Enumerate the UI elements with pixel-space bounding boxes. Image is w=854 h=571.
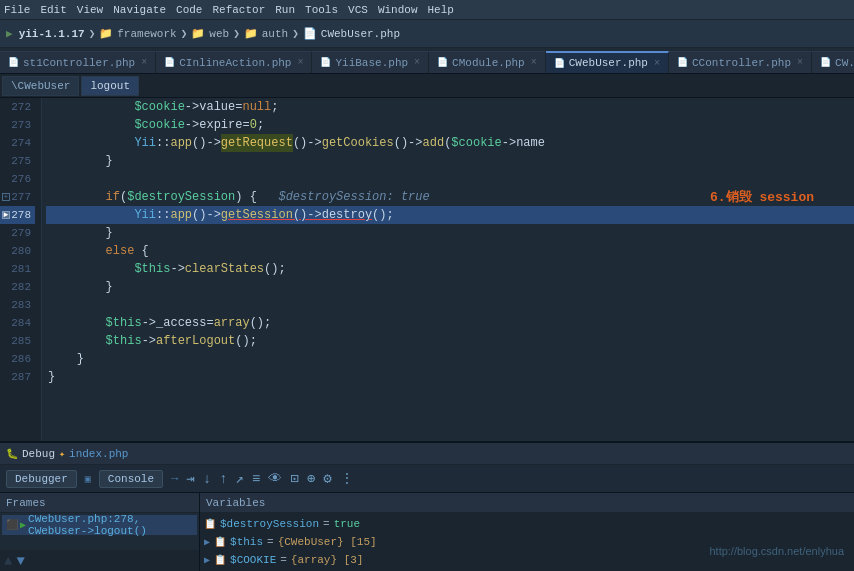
crumb-file[interactable]: CWebUser.php [321,28,400,40]
bc-label-1: \CWebUser [11,80,70,92]
tab-close-6[interactable]: × [797,57,803,68]
code-line-279: } [46,224,854,242]
code-line-273: $cookie->expire=0; [46,116,854,134]
tab-label-7: CW... [835,57,854,69]
breadcrumb-cwebuser[interactable]: \CWebUser [2,76,79,96]
step-over-icon[interactable]: ⇥ [186,470,194,487]
tab-st1controller[interactable]: 📄 st1Controller.php × [0,51,156,73]
code-line-280: else { [46,242,854,260]
bp-278[interactable]: ► [2,211,10,219]
menu-code[interactable]: Code [176,4,202,16]
code-area: 272 273 274 275 276 + 277 ► 278 279 280 … [0,98,854,441]
settings-icon[interactable]: ⚙ [323,470,331,487]
debug-toolbar: Debugger ▣ Console → ⇥ ↓ ↑ ↗ ≡ 👁 ⊡ ⊕ ⚙ ⋮ [0,465,854,493]
bc-label-2: logout [90,80,130,92]
folder-icon-3: 📁 [244,27,258,40]
debug-title-bar: 🐛 Debug ✦ index.php [0,443,854,465]
tab-cinlineaction[interactable]: 📄 CInlineAction.php × [156,51,312,73]
debug-body: Frames ⬛ ▶ CWebUser.php:278, CWebUser->l… [0,493,854,571]
variables-label: Variables [206,497,265,509]
menu-bar: File Edit View Navigate Code Refactor Ru… [0,0,854,20]
menu-navigate[interactable]: Navigate [113,4,166,16]
project-icon: ▶ [6,27,13,40]
code-line-278: Yii::app()->getSession()->destroy(); [46,206,854,224]
step-into-icon[interactable]: ↓ [203,471,211,487]
tab-close-5[interactable]: × [654,58,660,69]
frame-item-1[interactable]: ⬛ ▶ CWebUser.php:278, CWebUser->logout() [2,515,197,535]
code-line-286: } [46,350,854,368]
debug-panel: 🐛 Debug ✦ index.php Debugger ▣ Console →… [0,441,854,571]
expand-icon-2[interactable]: ▶ [204,536,210,548]
ln-280: 280 [0,242,35,260]
run-to-cursor-icon[interactable]: ↗ [236,470,244,487]
tab-label-6: CController.php [692,57,791,69]
debug-star-icon: ✦ [59,448,65,460]
tab-icon-7: 📄 [820,57,831,68]
tab-label-2: CInlineAction.php [179,57,291,69]
breakpoints-icon[interactable]: ⊕ [307,470,315,487]
var-icon-2: 📋 [214,536,226,548]
tab-cmodule[interactable]: 📄 CModule.php × [429,51,546,73]
tab-label-3: YiiBase.php [335,57,408,69]
tab-icon-2: 📄 [164,57,175,68]
tab-icon-3: 📄 [320,57,331,68]
tab-close-4[interactable]: × [531,57,537,68]
menu-view[interactable]: View [77,4,103,16]
var-icon-3: 📋 [214,554,226,566]
menu-tools[interactable]: Tools [305,4,338,16]
console-icon: ▣ [85,473,91,485]
breadcrumb-logout[interactable]: logout [81,76,139,96]
tab-label-5: CWebUser.php [569,57,648,69]
crumb-web[interactable]: web [209,28,229,40]
debug-icon: 🐛 [6,448,18,460]
tab-yiibase[interactable]: 📄 YiiBase.php × [312,51,429,73]
var-val-2: {CWebUser} [15] [278,536,377,548]
crumb-auth[interactable]: auth [262,28,288,40]
var-eq-2: = [267,536,274,548]
debugger-button[interactable]: Debugger [6,470,77,488]
ln-283: 283 [0,296,35,314]
nav-down-icon[interactable]: ▼ [16,553,24,569]
step-out-icon[interactable]: ↑ [219,471,227,487]
tab-cwebuser[interactable]: 📄 CWebUser.php × [546,51,669,73]
tab-close-3[interactable]: × [414,57,420,68]
tab-icon-4: 📄 [437,57,448,68]
var-icon-1: 📋 [204,518,216,530]
ln-277: + 277 [0,188,35,206]
menu-window[interactable]: Window [378,4,418,16]
tab-ccontroller[interactable]: 📄 CController.php × [669,51,812,73]
menu-run[interactable]: Run [275,4,295,16]
tab-icon-5: 📄 [554,58,565,69]
console-button[interactable]: Console [99,470,163,488]
evaluate-icon[interactable]: ≡ [252,471,260,487]
variables-panel: Variables 📋 $destroySession = true ▶ 📋 $… [200,493,854,571]
nav-up-icon[interactable]: ▲ [4,553,12,569]
tab-cw-extra[interactable]: 📄 CW... × [812,51,854,73]
more-icon[interactable]: ⋮ [340,470,354,487]
debug-file[interactable]: index.php [69,448,128,460]
var-eq-1: = [323,518,330,530]
crumb-framework[interactable]: framework [117,28,176,40]
frames-icon[interactable]: ⊡ [290,470,298,487]
menu-file[interactable]: File [4,4,30,16]
folder-icon-1: 📁 [99,27,113,40]
tab-close-1[interactable]: × [141,57,147,68]
tab-close-2[interactable]: × [297,57,303,68]
ln-273: 273 [0,116,35,134]
menu-help[interactable]: Help [428,4,454,16]
frame-label-1: CWebUser.php:278, CWebUser->logout() [28,513,193,537]
sep1: ❯ [89,27,96,40]
file-icon: 📄 [303,27,317,40]
expand-icon-3[interactable]: ▶ [204,554,210,566]
fold-277[interactable]: + [2,193,10,201]
code-line-282: } [46,278,854,296]
tab-icon-1: 📄 [8,57,19,68]
code-line-272: $cookie->value=null; [46,98,854,116]
watch-icon[interactable]: 👁 [268,471,282,487]
ln-279: 279 [0,224,35,242]
menu-refactor[interactable]: Refactor [212,4,265,16]
frames-panel: Frames ⬛ ▶ CWebUser.php:278, CWebUser->l… [0,493,200,571]
menu-edit[interactable]: Edit [40,4,66,16]
menu-vcs[interactable]: VCS [348,4,368,16]
variables-content: 📋 $destroySession = true ▶ 📋 $this = {CW… [200,513,854,571]
